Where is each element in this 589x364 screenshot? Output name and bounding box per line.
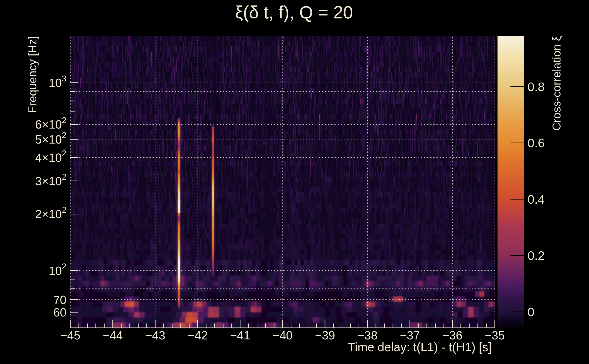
svg-text:60: 60 <box>53 306 66 319</box>
svg-text:0.2: 0.2 <box>528 249 545 262</box>
svg-text:−35: −35 <box>485 329 505 342</box>
svg-text:0.6: 0.6 <box>528 136 545 150</box>
svg-text:2×102: 2×102 <box>35 205 66 221</box>
svg-text:Frequency [Hz]: Frequency [Hz] <box>26 36 39 113</box>
svg-text:0.4: 0.4 <box>528 192 545 206</box>
svg-text:0: 0 <box>528 305 534 319</box>
svg-text:−43: −43 <box>145 329 165 342</box>
svg-text:−40: −40 <box>272 329 292 342</box>
svg-text:6×102: 6×102 <box>35 116 66 131</box>
svg-text:3×102: 3×102 <box>35 172 66 188</box>
svg-text:Cross-correlation ξ: Cross-correlation ξ <box>550 36 563 131</box>
svg-text:−39: −39 <box>315 329 335 342</box>
svg-text:70: 70 <box>53 293 66 306</box>
svg-text:−45: −45 <box>60 329 80 342</box>
svg-text:4×102: 4×102 <box>35 149 66 164</box>
svg-text:ξ(δ t, f), Q = 20: ξ(δ t, f), Q = 20 <box>235 2 353 22</box>
svg-text:−42: −42 <box>188 329 208 342</box>
svg-text:0.8: 0.8 <box>528 80 545 93</box>
svg-text:−37: −37 <box>400 329 420 342</box>
svg-text:Time delay: t(L1) - t(H1) [s]: Time delay: t(L1) - t(H1) [s] <box>348 340 491 354</box>
svg-text:−38: −38 <box>357 329 377 342</box>
svg-text:−41: −41 <box>230 329 250 342</box>
svg-text:5×102: 5×102 <box>35 130 66 146</box>
svg-text:−44: −44 <box>103 329 123 342</box>
svg-text:−36: −36 <box>442 329 462 342</box>
